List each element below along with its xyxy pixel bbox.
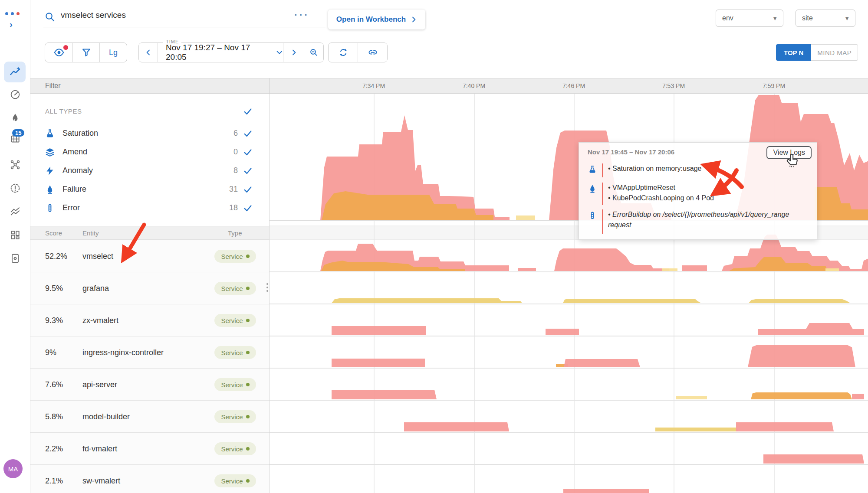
- time-range-picker[interactable]: Nov 17 19:27 – Nov 17 20:05: [158, 43, 283, 62]
- time-axis-tick: 7:59 PM: [763, 82, 785, 89]
- table-row-grafana[interactable]: 9.5% grafana Service: [30, 272, 269, 304]
- watch-button[interactable]: [45, 43, 73, 62]
- sidebar-item-gauge[interactable]: [8, 88, 22, 101]
- table-row-vmselect[interactable]: 52.2% vmselect Service: [30, 240, 269, 272]
- gauge-icon: [10, 89, 21, 100]
- area-shape-vmselect: [825, 268, 839, 271]
- type-badge-label: Service: [221, 285, 243, 292]
- view-toggle: TOP N MIND MAP: [776, 44, 858, 61]
- time-axis-tick: 7:34 PM: [362, 82, 385, 89]
- chevron-left-icon: [145, 49, 152, 56]
- sidebar-item-insights[interactable]: [8, 65, 22, 79]
- traffic-light-icon: [588, 210, 597, 221]
- tooltip-group-failure: VMAppUptimeReset KubePodCrashLooping on …: [587, 183, 801, 205]
- table-header: Score Entity Type: [30, 226, 269, 240]
- filter-type-label: Failure: [62, 185, 86, 194]
- table-row-api-server[interactable]: 7.6% api-server Service: [30, 369, 269, 401]
- more-options-icon[interactable]: ···: [293, 6, 309, 22]
- filter-type-label: Anomaly: [62, 166, 93, 175]
- area-shape-grafana: [332, 298, 522, 303]
- filter-type-saturation[interactable]: Saturation 6: [30, 124, 269, 143]
- entity-name: fd-vmalert: [82, 444, 117, 454]
- entity-score: 2.1%: [45, 477, 63, 486]
- all-types-label: ALL TYPES: [45, 108, 82, 115]
- filter-type-failure[interactable]: Failure 31: [30, 180, 269, 199]
- filter-type-amend[interactable]: Amend 0: [30, 143, 269, 161]
- logs-button[interactable]: Lg: [100, 43, 127, 62]
- area-shape-ingress-nginx-controller: [332, 359, 425, 367]
- chevron-down-icon: ▼: [844, 15, 850, 22]
- time-axis-tick: 7:40 PM: [463, 82, 485, 89]
- env-dropdown-value: env: [722, 14, 733, 22]
- env-dropdown[interactable]: env ▼: [716, 10, 783, 27]
- filter-type-error[interactable]: Error 18: [30, 199, 269, 217]
- avatar[interactable]: MA: [3, 459, 23, 478]
- mind-map-tab[interactable]: MIND MAP: [811, 44, 858, 61]
- sidebar-item-hotspots[interactable]: [8, 111, 22, 125]
- top-n-tab[interactable]: TOP N: [776, 44, 811, 61]
- search-icon: [44, 11, 56, 23]
- area-shape-zx-vmalert: [332, 326, 426, 335]
- table-row-ingress-nginx-controller[interactable]: 9% ingress-nginx-controller Service: [30, 336, 269, 369]
- filter-panel-title: Filter: [45, 82, 61, 90]
- sidebar-item-metrics[interactable]: [8, 205, 22, 219]
- area-shape-grafana: [563, 299, 701, 303]
- type-badge: Service: [214, 346, 256, 359]
- dashboard-icon: [10, 229, 21, 241]
- severity-bar: [602, 183, 603, 205]
- sidebar-item-alerts[interactable]: [8, 181, 22, 195]
- area-shape-sw-vmalert: [563, 489, 649, 493]
- filter-button[interactable]: [73, 43, 100, 62]
- bolt-icon: [45, 166, 55, 176]
- type-badge: Service: [214, 442, 256, 455]
- time-prev-button[interactable]: [139, 43, 158, 62]
- link-icon: [368, 47, 378, 58]
- view-logs-button[interactable]: View Logs: [766, 146, 812, 159]
- filter-type-label: Amend: [62, 147, 87, 157]
- check-icon: [243, 185, 253, 194]
- expand-sidebar-icon[interactable]: ›: [10, 19, 13, 29]
- site-dropdown[interactable]: site ▼: [796, 10, 855, 27]
- entity-name: model-builder: [82, 412, 130, 421]
- chevron-right-icon: [410, 16, 417, 23]
- sidebar: › 15: [0, 0, 30, 493]
- entity-score: 5.8%: [45, 412, 63, 421]
- view-options-group: Lg: [45, 42, 127, 62]
- copy-link-button[interactable]: [358, 43, 387, 62]
- filter-type-count: 6: [233, 129, 238, 138]
- search-input[interactable]: vmselect services: [61, 10, 126, 20]
- filter-type-anomaly[interactable]: Anomaly 8: [30, 161, 269, 180]
- type-badge: Service: [214, 314, 256, 327]
- entity-name: zx-vmalert: [82, 316, 118, 325]
- table-row-fd-vmalert[interactable]: 2.2% fd-vmalert Service: [30, 433, 269, 465]
- table-row-model-builder[interactable]: 5.8% model-builder Service: [30, 401, 269, 433]
- panel-resize-handle[interactable]: [266, 280, 269, 295]
- sidebar-item-dashboards[interactable]: [8, 228, 22, 242]
- entity-score: 9%: [45, 348, 56, 357]
- tooltip-item: ErrorBuildup on /select/{}/prometheus/ap…: [608, 209, 801, 230]
- filter-type-label: Saturation: [62, 129, 98, 138]
- open-in-workbench-button[interactable]: Open in Workbench: [328, 10, 425, 29]
- refresh-button[interactable]: [329, 43, 358, 62]
- sidebar-item-config[interactable]: [8, 251, 22, 265]
- table-row-sw-vmalert[interactable]: 2.1% sw-vmalert Service: [30, 465, 269, 493]
- tooltip-item: VMAppUptimeReset: [608, 183, 801, 193]
- area-shape-model-builder: [736, 422, 834, 431]
- flame-drop-icon: [588, 183, 597, 194]
- status-dot: [246, 447, 250, 451]
- zoom-out-time-button[interactable]: [304, 43, 323, 62]
- type-badge-label: Service: [221, 413, 243, 421]
- area-shape-api-server: [332, 390, 437, 399]
- entity-name: ingress-nginx-controller: [82, 348, 164, 357]
- table-row-zx-vmalert[interactable]: 9.3% zx-vmalert Service: [30, 304, 269, 336]
- time-legend-label: TIME: [163, 39, 181, 44]
- entity-score: 2.2%: [45, 444, 63, 454]
- status-dot: [246, 479, 250, 483]
- chevron-down-icon: [276, 49, 283, 56]
- filter-all-types-row[interactable]: ALL TYPES: [30, 102, 269, 121]
- time-next-button[interactable]: [283, 43, 304, 62]
- type-badge: Service: [214, 474, 256, 487]
- time-axis-tick: 7:46 PM: [562, 82, 585, 89]
- sidebar-item-topology[interactable]: [8, 158, 22, 172]
- area-shape-overview: [516, 215, 535, 221]
